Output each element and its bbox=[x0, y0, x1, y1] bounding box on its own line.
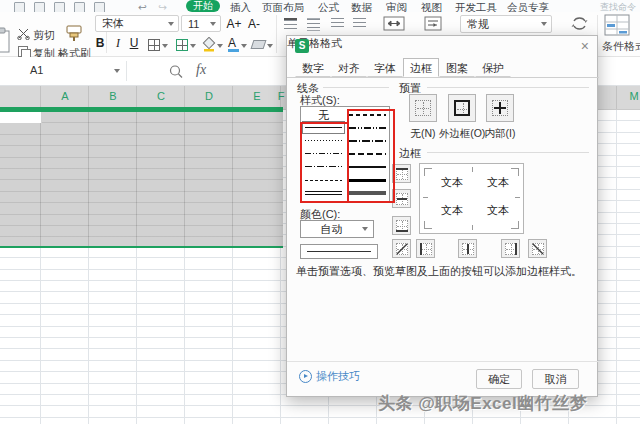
cut-button[interactable]: 剪切 bbox=[33, 28, 55, 43]
eraser-icon[interactable] bbox=[251, 40, 267, 49]
preset-none-button[interactable] bbox=[409, 94, 437, 122]
grow-font-button[interactable]: A+ bbox=[224, 17, 244, 31]
close-icon[interactable]: × bbox=[581, 38, 589, 54]
menu-tab[interactable]: 公式 bbox=[318, 0, 339, 12]
font-size-select[interactable]: 11 bbox=[181, 15, 221, 32]
column-header[interactable]: F bbox=[278, 90, 285, 102]
active-cell-a1[interactable] bbox=[0, 112, 42, 123]
fill-color-bucket-icon[interactable] bbox=[202, 37, 216, 52]
line-style-item[interactable] bbox=[346, 160, 389, 173]
search-command-text[interactable]: 查找命令 bbox=[600, 1, 636, 12]
dialog-tab[interactable]: 数字 bbox=[295, 58, 331, 77]
border-bottom-button[interactable] bbox=[392, 216, 411, 235]
increase-indent-icon[interactable] bbox=[353, 18, 366, 29]
column-header[interactable]: C bbox=[157, 90, 165, 102]
border-diagonal-down-button[interactable] bbox=[528, 239, 547, 258]
dialog-tab[interactable]: 字体 bbox=[367, 58, 403, 77]
font-color-dropdown-arrow[interactable] bbox=[241, 44, 247, 48]
redo-icon[interactable]: ↪ bbox=[158, 0, 167, 12]
shrink-font-button[interactable]: A- bbox=[244, 17, 264, 31]
border-left-button[interactable] bbox=[416, 239, 435, 258]
underline-button[interactable]: U bbox=[126, 36, 142, 50]
align-top-icon[interactable] bbox=[284, 18, 297, 31]
paste-icon[interactable] bbox=[0, 27, 12, 55]
border-inner-horizontal-button[interactable] bbox=[392, 189, 411, 208]
cell-style-icon[interactable] bbox=[176, 39, 188, 51]
line-style-item[interactable] bbox=[346, 147, 389, 160]
line-style-item[interactable] bbox=[302, 121, 345, 134]
line-style-item[interactable] bbox=[346, 187, 389, 200]
fx-label[interactable]: fx bbox=[196, 62, 206, 78]
border-right-button[interactable] bbox=[501, 239, 520, 258]
dialog-title-bar[interactable]: S 单元格格式 × bbox=[287, 36, 597, 56]
line-style-item[interactable] bbox=[302, 134, 345, 147]
line-style-item[interactable] bbox=[302, 160, 345, 173]
column-header[interactable]: B bbox=[109, 90, 116, 102]
preset-inside-button[interactable] bbox=[486, 94, 514, 122]
dialog-tab[interactable]: 图案 bbox=[439, 58, 475, 77]
font-color-icon[interactable]: A bbox=[228, 36, 239, 52]
line-style-item[interactable] bbox=[346, 134, 389, 147]
convert-refresh-icon[interactable] bbox=[570, 15, 589, 32]
line-style-item[interactable] bbox=[346, 108, 389, 121]
column-header-m[interactable]: M bbox=[629, 90, 638, 102]
dialog-tab[interactable]: 对齐 bbox=[331, 58, 367, 77]
column-header[interactable]: E bbox=[253, 90, 260, 102]
conditional-format-label[interactable]: 条件格式 bbox=[602, 39, 640, 54]
chevron-down-icon[interactable] bbox=[114, 69, 120, 73]
ok-button[interactable]: 确定 bbox=[476, 369, 522, 389]
dialog-tab[interactable]: 边框 bbox=[403, 58, 439, 77]
cancel-button[interactable]: 取消 bbox=[532, 369, 579, 389]
border-diagonal-up-button[interactable] bbox=[392, 239, 411, 258]
format-painter-icon[interactable] bbox=[64, 25, 84, 42]
menu-tab-home[interactable]: 开始 bbox=[186, 0, 220, 12]
bold-button[interactable]: B bbox=[92, 36, 108, 50]
line-style-item[interactable] bbox=[302, 173, 345, 186]
menu-tab[interactable]: 审阅 bbox=[386, 0, 407, 12]
print-icon[interactable] bbox=[74, 2, 85, 12]
menu-tab[interactable]: 插入 bbox=[230, 0, 251, 12]
merge-cells-icon[interactable] bbox=[383, 16, 405, 31]
border-inner-vertical-button[interactable] bbox=[458, 239, 477, 258]
menu-tab[interactable]: 视图 bbox=[421, 0, 442, 12]
wrap-text-icon[interactable] bbox=[424, 16, 442, 31]
line-style-item[interactable]: 无 bbox=[302, 108, 345, 121]
border-preview-frame[interactable]: 文本文本文本文本 bbox=[419, 163, 524, 234]
italic-button[interactable]: I bbox=[110, 36, 126, 51]
column-header[interactable]: D bbox=[205, 90, 213, 102]
borders-icon[interactable] bbox=[148, 39, 160, 51]
save-icon[interactable] bbox=[54, 2, 65, 12]
decrease-indent-icon[interactable] bbox=[331, 18, 344, 29]
menu-tab[interactable]: 开发工具 bbox=[455, 0, 497, 12]
dialog-tab[interactable]: 保护 bbox=[475, 58, 511, 77]
new-file-icon[interactable] bbox=[14, 2, 25, 12]
menu-tab[interactable]: 数据 bbox=[351, 0, 372, 12]
align-middle-icon[interactable] bbox=[307, 18, 320, 31]
line-style-item[interactable] bbox=[346, 121, 389, 134]
preset-outline-button[interactable] bbox=[448, 94, 476, 122]
border-top-button[interactable] bbox=[392, 164, 411, 183]
line-style-item[interactable] bbox=[346, 173, 389, 186]
selected-range[interactable] bbox=[0, 110, 283, 248]
menu-tab[interactable]: 页面布局 bbox=[262, 0, 304, 12]
preview-icon[interactable] bbox=[94, 2, 105, 12]
column-header[interactable]: A bbox=[61, 90, 68, 102]
undo-icon[interactable]: ↩ bbox=[138, 0, 147, 12]
line-style-item[interactable] bbox=[302, 147, 345, 160]
menu-tab[interactable]: 会员专享 bbox=[507, 0, 549, 12]
border-color-select[interactable]: 自动 bbox=[300, 220, 374, 238]
line-style-item[interactable] bbox=[302, 187, 345, 200]
name-box[interactable]: A1 bbox=[0, 57, 126, 85]
cell-style-dropdown-arrow[interactable] bbox=[190, 44, 196, 48]
font-name-select[interactable]: 宋体 bbox=[95, 15, 179, 32]
cut-scissors-icon[interactable] bbox=[17, 28, 30, 40]
open-file-icon[interactable] bbox=[34, 2, 45, 12]
eraser-dropdown-arrow[interactable] bbox=[267, 44, 273, 48]
conditional-format-icon[interactable] bbox=[604, 14, 630, 36]
borders-dropdown-arrow[interactable] bbox=[162, 44, 168, 48]
number-format-select[interactable]: 常规 bbox=[460, 15, 552, 33]
line-style-listbox[interactable]: 无 bbox=[300, 106, 390, 202]
magnifier-icon[interactable] bbox=[168, 64, 184, 79]
tips-link[interactable]: 操作技巧 bbox=[299, 369, 360, 384]
fill-color-dropdown-arrow[interactable] bbox=[217, 44, 223, 48]
